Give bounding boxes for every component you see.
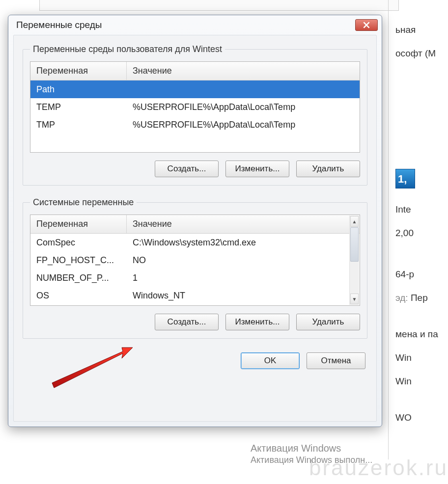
scroll-up-arrow[interactable]: ▲ [350, 216, 359, 227]
cell-variable: TMP [30, 120, 127, 130]
user-delete-button[interactable]: Удалить [296, 161, 360, 177]
dialog-body: Переменные среды пользователя для Wintes… [13, 35, 377, 422]
cell-variable: NUMBER_OF_P... [30, 273, 127, 283]
list-header: Переменная Значение [30, 62, 360, 81]
cell-value: Windows_NT [127, 291, 360, 301]
system-variables-list[interactable]: Переменная Значение ComSpec C:\Windows\s… [30, 215, 360, 306]
table-row[interactable]: NUMBER_OF_P... 1 [30, 269, 360, 287]
list-header: Переменная Значение [30, 215, 360, 234]
cancel-button[interactable]: Отмена [307, 352, 365, 369]
cell-variable: Path [30, 84, 127, 95]
rating-icon: 1, [395, 169, 415, 188]
background-text-fragments: ьная ософт (М 1, Inte 2,00 64-р эд: Пер … [395, 20, 448, 431]
user-button-row: Создать... Изменить... Удалить [30, 161, 360, 177]
ok-button[interactable]: OK [241, 352, 300, 369]
table-row[interactable]: TMP %USERPROFILE%\AppData\Local\Temp [30, 116, 360, 134]
dialog-footer: OK Отмена [23, 350, 367, 369]
cell-variable: ComSpec [30, 238, 127, 248]
user-edit-button[interactable]: Изменить... [225, 161, 289, 177]
user-variables-list[interactable]: Переменная Значение Path TEMP %USERPROFI… [30, 61, 360, 153]
user-variables-group: Переменные среды пользователя для Wintes… [23, 44, 367, 186]
scroll-down-arrow[interactable]: ▼ [350, 294, 359, 304]
system-create-button[interactable]: Создать... [155, 314, 219, 330]
close-button[interactable] [355, 19, 378, 31]
cell-value: %USERPROFILE%\AppData\Local\Temp [127, 102, 360, 112]
user-group-legend: Переменные среды пользователя для Wintes… [30, 44, 225, 54]
column-header-variable[interactable]: Переменная [30, 62, 127, 80]
table-row[interactable]: FP_NO_HOST_C... NO [30, 251, 360, 269]
system-edit-button[interactable]: Изменить... [225, 314, 289, 330]
cell-value: 1 [127, 273, 360, 283]
site-watermark: brauzerok.ru [309, 456, 448, 480]
tab-header-fragment [39, 0, 399, 11]
cell-value: NO [127, 255, 360, 266]
background-divider [388, 0, 389, 459]
environment-variables-dialog: Переменные среды Переменные среды пользо… [8, 15, 382, 427]
column-header-variable[interactable]: Переменная [30, 215, 127, 233]
system-group-legend: Системные переменные [30, 197, 137, 208]
table-row[interactable]: TEMP %USERPROFILE%\AppData\Local\Temp [30, 98, 360, 116]
column-header-value[interactable]: Значение [127, 62, 360, 80]
cell-variable: OS [30, 291, 127, 301]
table-row[interactable]: OS Windows_NT [30, 287, 360, 304]
user-create-button[interactable]: Создать... [155, 161, 219, 177]
scroll-thumb[interactable] [350, 227, 359, 262]
system-delete-button[interactable]: Удалить [296, 314, 360, 330]
system-button-row: Создать... Изменить... Удалить [30, 314, 360, 330]
cell-value: C:\Windows\system32\cmd.exe [127, 238, 360, 248]
cell-value: %USERPROFILE%\AppData\Local\Temp [127, 120, 360, 130]
close-icon [363, 22, 370, 28]
system-variables-group: Системные переменные Переменная Значение… [23, 197, 367, 339]
column-header-value[interactable]: Значение [127, 215, 360, 233]
table-row[interactable]: ComSpec C:\Windows\system32\cmd.exe [30, 234, 360, 251]
cell-variable: FP_NO_HOST_C... [30, 255, 127, 266]
dialog-titlebar[interactable]: Переменные среды [8, 15, 382, 35]
scrollbar-vertical[interactable]: ▲ ▼ [349, 215, 359, 305]
cell-variable: TEMP [30, 102, 127, 112]
scroll-track[interactable] [350, 227, 359, 293]
dialog-title: Переменные среды [16, 20, 102, 30]
table-row[interactable]: Path [30, 81, 360, 98]
